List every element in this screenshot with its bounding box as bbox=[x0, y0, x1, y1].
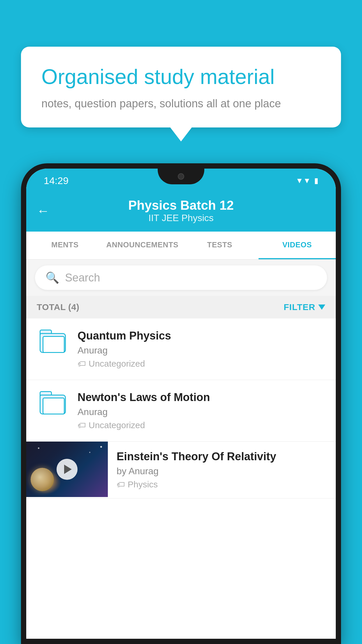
search-container: 🔍 Search bbox=[26, 260, 336, 296]
status-time: 14:29 bbox=[44, 175, 68, 186]
video-title: Einstein's Theory Of Relativity bbox=[117, 450, 327, 463]
list-item[interactable]: Newton's Laws of Motion Anurag 🏷 Uncateg… bbox=[26, 380, 336, 442]
phone-screen: 14:29 ▼▼ ▮ ← Physics Batch 12 IIT JEE Ph… bbox=[26, 169, 336, 639]
folder-icon bbox=[40, 330, 66, 353]
folder-icon bbox=[40, 391, 66, 414]
video-title: Quantum Physics bbox=[78, 330, 325, 342]
video-thumbnail bbox=[26, 442, 108, 497]
tab-ments[interactable]: MENTS bbox=[26, 232, 104, 259]
play-overlay bbox=[26, 442, 108, 497]
tag-text: Uncategorized bbox=[89, 420, 145, 430]
tag-icon: 🏷 bbox=[78, 421, 86, 430]
video-info: Einstein's Theory Of Relativity by Anura… bbox=[108, 442, 336, 498]
tabs: MENTS ANNOUNCEMENTS TESTS VIDEOS bbox=[26, 232, 336, 260]
speech-bubble: Organised study material notes, question… bbox=[21, 47, 341, 127]
status-bar: 14:29 ▼▼ ▮ bbox=[26, 169, 336, 191]
play-button[interactable] bbox=[57, 459, 78, 480]
search-bar[interactable]: 🔍 Search bbox=[35, 265, 327, 290]
header-title: Physics Batch 12 bbox=[128, 198, 234, 213]
filter-bar: TOTAL (4) FILTER bbox=[26, 296, 336, 318]
video-list: Quantum Physics Anurag 🏷 Uncategorized bbox=[26, 318, 336, 498]
video-info: Quantum Physics Anurag 🏷 Uncategorized bbox=[78, 330, 325, 369]
video-tag: 🏷 Uncategorized bbox=[78, 359, 325, 369]
video-author: by Anurag bbox=[117, 466, 327, 477]
tab-videos[interactable]: VIDEOS bbox=[259, 232, 336, 259]
video-author: Anurag bbox=[78, 345, 325, 356]
tag-text: Physics bbox=[128, 480, 158, 489]
header-text: Physics Batch 12 IIT JEE Physics bbox=[128, 198, 234, 223]
search-placeholder: Search bbox=[65, 272, 100, 284]
tag-icon: 🏷 bbox=[117, 480, 125, 489]
filter-icon bbox=[318, 304, 325, 310]
play-icon bbox=[64, 465, 72, 474]
search-icon: 🔍 bbox=[45, 271, 59, 284]
back-button[interactable]: ← bbox=[37, 204, 50, 218]
notch bbox=[158, 169, 204, 184]
tab-tests[interactable]: TESTS bbox=[181, 232, 259, 259]
filter-button[interactable]: FILTER bbox=[284, 302, 325, 312]
filter-label: FILTER bbox=[284, 302, 315, 312]
list-item[interactable]: Einstein's Theory Of Relativity by Anura… bbox=[26, 442, 336, 498]
video-info: Newton's Laws of Motion Anurag 🏷 Uncateg… bbox=[78, 391, 325, 430]
wifi-icon: ▼▼ bbox=[296, 176, 311, 185]
folder-thumbnail bbox=[37, 391, 69, 414]
battery-icon: ▮ bbox=[314, 176, 318, 185]
list-item[interactable]: Quantum Physics Anurag 🏷 Uncategorized bbox=[26, 318, 336, 380]
video-author: Anurag bbox=[78, 407, 325, 417]
status-icons: ▼▼ ▮ bbox=[296, 176, 318, 185]
video-tag: 🏷 Physics bbox=[117, 480, 327, 489]
bubble-subtitle: notes, question papers, solutions all at… bbox=[41, 97, 321, 110]
bubble-title: Organised study material bbox=[41, 64, 321, 89]
tab-announcements[interactable]: ANNOUNCEMENTS bbox=[104, 232, 181, 259]
phone-frame: 14:29 ▼▼ ▮ ← Physics Batch 12 IIT JEE Ph… bbox=[21, 163, 341, 644]
folder-thumbnail bbox=[37, 330, 69, 353]
camera-dot bbox=[178, 173, 184, 180]
tag-icon: 🏷 bbox=[78, 359, 86, 369]
app-header: ← Physics Batch 12 IIT JEE Physics bbox=[26, 191, 336, 232]
total-count: TOTAL (4) bbox=[37, 302, 79, 312]
tag-text: Uncategorized bbox=[89, 359, 145, 369]
video-tag: 🏷 Uncategorized bbox=[78, 420, 325, 430]
video-title: Newton's Laws of Motion bbox=[78, 391, 325, 404]
header-subtitle: IIT JEE Physics bbox=[148, 213, 213, 223]
